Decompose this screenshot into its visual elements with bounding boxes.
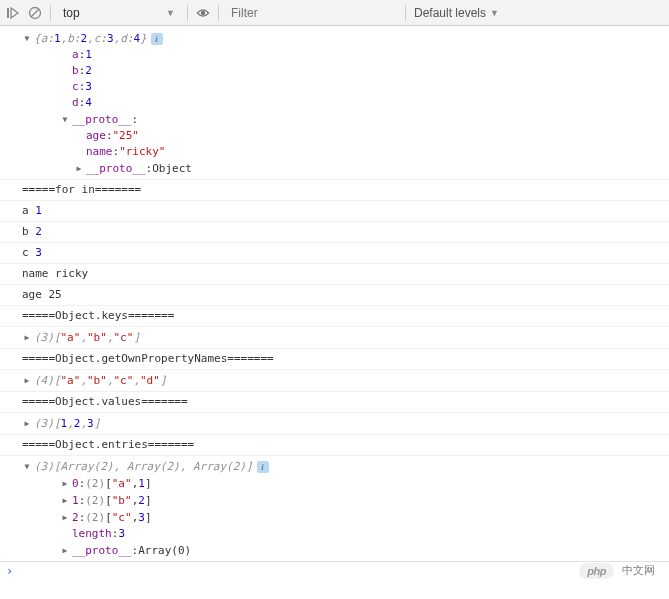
info-icon[interactable]: i bbox=[257, 461, 269, 473]
arr-item: 3 bbox=[87, 416, 94, 432]
bracket: [ bbox=[105, 510, 112, 526]
expand-arrow[interactable] bbox=[74, 160, 84, 177]
prop-val: 2 bbox=[80, 31, 87, 47]
arr-len: (4) bbox=[34, 373, 54, 389]
info-icon[interactable]: i bbox=[151, 33, 163, 45]
prop-val: 1 bbox=[54, 31, 61, 47]
svg-point-3 bbox=[201, 10, 205, 14]
watermark-text: 中文网 bbox=[618, 562, 659, 579]
context-selector[interactable]: top ▼ bbox=[59, 6, 179, 20]
console-body: { a: 1, b: 2, c: 3, d: 4 } i .a: 1 .b: 2… bbox=[0, 26, 669, 582]
bracket: ] bbox=[94, 416, 101, 432]
expand-arrow[interactable] bbox=[60, 492, 70, 509]
bracket: [ bbox=[54, 416, 61, 432]
len: (2) bbox=[85, 510, 105, 526]
clear-icon[interactable] bbox=[28, 6, 42, 20]
bracket: ] bbox=[145, 476, 152, 492]
svg-rect-0 bbox=[7, 8, 9, 18]
log-text: =====Object.values======= bbox=[0, 392, 669, 413]
prop-val: "ricky" bbox=[119, 144, 165, 160]
prop-key: d bbox=[120, 31, 127, 47]
log-array: (3) [ 1, 2, 3 ] bbox=[0, 413, 669, 435]
prop-key: a bbox=[72, 47, 79, 63]
log-text: =====Object.keys======= bbox=[0, 306, 669, 327]
log-text: =====Object.getOwnPropertyNames======= bbox=[0, 349, 669, 370]
console-toolbar: top ▼ Default levels ▼ bbox=[0, 0, 669, 26]
log-text: name ricky bbox=[0, 264, 669, 285]
arr-item: "b" bbox=[87, 373, 107, 389]
brace: { bbox=[34, 31, 41, 47]
expand-arrow[interactable] bbox=[60, 542, 70, 559]
v: 3 bbox=[138, 510, 145, 526]
expand-arrow[interactable] bbox=[60, 111, 70, 128]
num: 1 bbox=[35, 204, 42, 217]
expand-arrow[interactable] bbox=[22, 415, 32, 432]
arr-len: (3) bbox=[34, 459, 54, 475]
arr-preview: [Array(2), Array(2), Array(2)] bbox=[54, 459, 253, 475]
expand-arrow[interactable] bbox=[22, 458, 32, 475]
expand-arrow[interactable] bbox=[60, 509, 70, 526]
step-icon[interactable] bbox=[6, 6, 20, 20]
length-val: 3 bbox=[118, 526, 125, 542]
expand-arrow[interactable] bbox=[22, 329, 32, 346]
toolbar-divider bbox=[405, 5, 406, 21]
watermark-badge: php bbox=[579, 563, 614, 579]
arr-item: "a" bbox=[61, 373, 81, 389]
toolbar-divider bbox=[218, 5, 219, 21]
prop-val: 2 bbox=[85, 63, 92, 79]
v: "a" bbox=[112, 476, 132, 492]
prop-key: age bbox=[86, 128, 106, 144]
bracket: ] bbox=[145, 510, 152, 526]
log-array: (3) [ "a", "b", "c" ] bbox=[0, 327, 669, 349]
expand-arrow[interactable] bbox=[22, 30, 32, 47]
filter-input[interactable] bbox=[227, 4, 397, 22]
levels-selector[interactable]: Default levels ▼ bbox=[414, 6, 499, 20]
prop-val: 4 bbox=[85, 95, 92, 111]
proto-key: __proto__ bbox=[86, 161, 146, 177]
levels-label: Default levels bbox=[414, 6, 486, 20]
idx: 0 bbox=[72, 476, 79, 492]
log-entries: (3) [Array(2), Array(2), Array(2)] i 0: … bbox=[0, 456, 669, 561]
prompt-icon: › bbox=[6, 564, 13, 578]
chevron-down-icon: ▼ bbox=[166, 8, 175, 18]
arr-len: (3) bbox=[34, 330, 54, 346]
length-key: length bbox=[72, 526, 112, 542]
bracket: ] bbox=[145, 493, 152, 509]
arr-item: "d" bbox=[140, 373, 160, 389]
bracket: [ bbox=[54, 330, 61, 346]
proto-val: Array(0) bbox=[138, 543, 191, 559]
len: (2) bbox=[85, 476, 105, 492]
prop-val: 3 bbox=[85, 79, 92, 95]
prop-key: c bbox=[94, 31, 101, 47]
bracket: ] bbox=[133, 330, 140, 346]
bracket: [ bbox=[54, 373, 61, 389]
log-text: c 3 bbox=[0, 243, 669, 264]
v: "b" bbox=[112, 493, 132, 509]
expand-arrow[interactable] bbox=[22, 372, 32, 389]
log-object: { a: 1, b: 2, c: 3, d: 4 } i .a: 1 .b: 2… bbox=[0, 28, 669, 180]
prop-val: "25" bbox=[113, 128, 140, 144]
prop-key: d bbox=[72, 95, 79, 111]
prop-key: c bbox=[72, 79, 79, 95]
arr-item: 1 bbox=[61, 416, 68, 432]
toolbar-divider bbox=[187, 5, 188, 21]
expand-arrow[interactable] bbox=[60, 475, 70, 492]
arr-item: "c" bbox=[114, 373, 134, 389]
watermark: php 中文网 bbox=[579, 562, 659, 579]
eye-icon[interactable] bbox=[196, 6, 210, 20]
svg-line-2 bbox=[31, 9, 39, 17]
log-text: a 1 bbox=[0, 201, 669, 222]
prop-val: 1 bbox=[85, 47, 92, 63]
toolbar-divider bbox=[50, 5, 51, 21]
console-prompt[interactable]: › bbox=[0, 561, 669, 580]
arr-len: (3) bbox=[34, 416, 54, 432]
log-array: (4) [ "a", "b", "c", "d" ] bbox=[0, 370, 669, 392]
bracket: [ bbox=[105, 493, 112, 509]
prop-key: a bbox=[41, 31, 48, 47]
idx: 2 bbox=[72, 510, 79, 526]
arr-item: "c" bbox=[114, 330, 134, 346]
len: (2) bbox=[85, 493, 105, 509]
brace: } bbox=[140, 31, 147, 47]
idx: 1 bbox=[72, 493, 79, 509]
bracket: [ bbox=[105, 476, 112, 492]
